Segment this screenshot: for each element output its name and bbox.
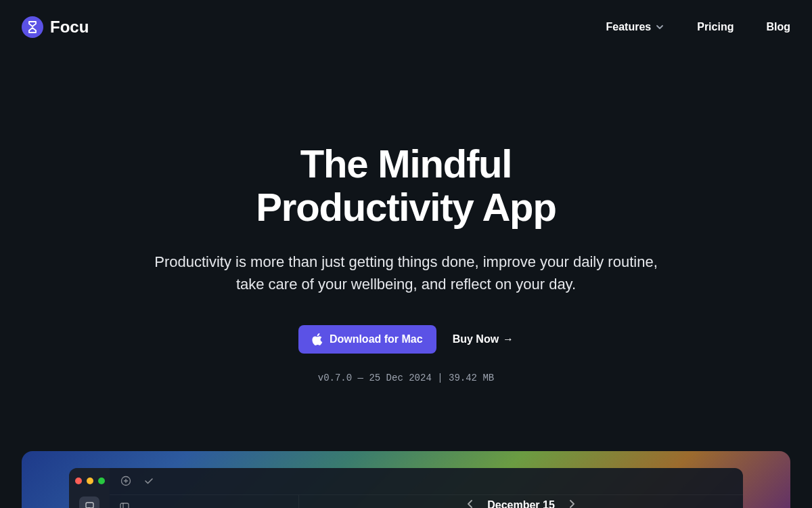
window-main: December 15: [110, 468, 743, 508]
nav-features-label: Features: [606, 21, 652, 33]
arrow-right-icon: →: [503, 333, 514, 345]
download-button[interactable]: Download for Mac: [298, 325, 436, 354]
nav-blog[interactable]: Blog: [766, 21, 790, 33]
check-icon[interactable]: [143, 475, 154, 486]
hero-section: The Mindful Productivity App Productivit…: [0, 54, 812, 424]
hero-title-line1: The Mindful: [300, 142, 512, 186]
version-info: v0.7.0 — 25 Dec 2024 | 39.42 MB: [0, 373, 812, 383]
logo[interactable]: Focu: [22, 16, 89, 38]
chat-icon[interactable]: [79, 496, 99, 508]
window-sidebar: [69, 468, 110, 508]
svg-rect-0: [86, 503, 93, 508]
next-date-icon[interactable]: [568, 499, 575, 508]
window-toolbar: [110, 468, 743, 495]
hero-title-line2: Productivity App: [256, 185, 556, 229]
hero-subtitle: Productivity is more than just getting t…: [149, 251, 663, 295]
chevron-down-icon: [655, 22, 664, 32]
app-window: December 15: [69, 468, 743, 508]
buy-now-button[interactable]: Buy Now →: [453, 333, 514, 345]
window-content: December 15: [110, 495, 743, 508]
content-left-panel: [110, 495, 299, 508]
nav-pricing-label: Pricing: [697, 21, 734, 33]
content-right-panel: December 15: [299, 495, 743, 508]
nav-features[interactable]: Features: [606, 21, 665, 33]
apple-icon: [312, 333, 323, 345]
brand-name: Focu: [50, 18, 89, 37]
date-label: December 15: [487, 499, 555, 508]
cta-buttons: Download for Mac Buy Now →: [0, 325, 812, 354]
maximize-icon[interactable]: [98, 478, 105, 484]
date-navigation: December 15: [467, 499, 575, 508]
window-controls: [74, 478, 105, 484]
buy-label: Buy Now: [453, 333, 499, 345]
app-screenshot: December 15: [22, 451, 790, 508]
hero-title: The Mindful Productivity App: [0, 142, 812, 229]
sidebar-toggle-icon[interactable]: [119, 502, 130, 508]
minimize-icon[interactable]: [87, 478, 93, 484]
plus-icon[interactable]: [120, 475, 131, 486]
svg-rect-2: [120, 503, 129, 508]
main-nav: Features Pricing Blog: [606, 21, 790, 33]
hourglass-icon: [22, 16, 43, 38]
nav-pricing[interactable]: Pricing: [697, 21, 734, 33]
prev-date-icon[interactable]: [467, 499, 474, 508]
download-label: Download for Mac: [330, 333, 423, 345]
close-icon[interactable]: [75, 478, 82, 484]
site-header: Focu Features Pricing Blog: [0, 0, 812, 54]
nav-blog-label: Blog: [766, 21, 790, 33]
